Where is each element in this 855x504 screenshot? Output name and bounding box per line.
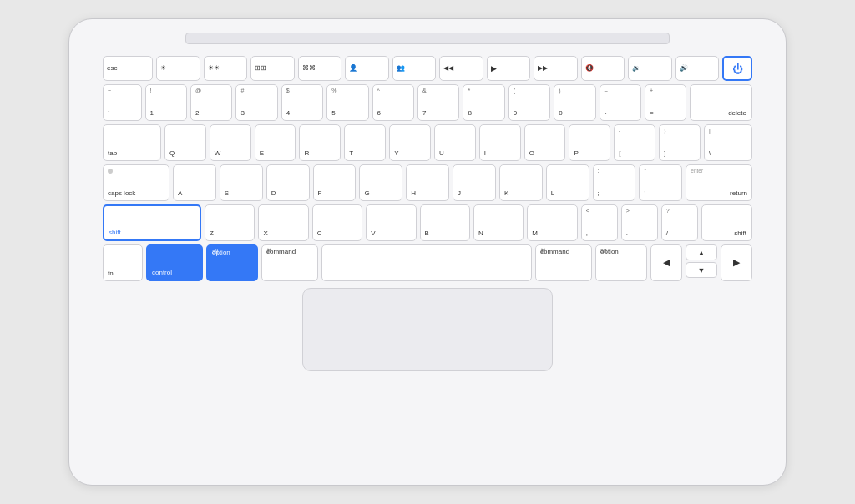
key-n[interactable]: N <box>473 204 524 241</box>
key-e[interactable]: E <box>255 124 296 161</box>
function-row: esc ☀ ☀☀ ⊞⊞ ⌘⌘ 👤 👥 ◀◀ <box>103 56 752 81</box>
key-power[interactable]: ⏻ <box>722 56 752 81</box>
key-y[interactable]: Y <box>389 124 431 161</box>
key-t[interactable]: T <box>344 124 386 161</box>
key-h[interactable]: H <box>406 164 449 201</box>
key-k[interactable]: K <box>499 164 543 201</box>
key-shift-left[interactable]: shift <box>103 204 201 241</box>
key-equals[interactable]: + = <box>645 84 686 121</box>
key-f4[interactable]: ⌘⌘ <box>298 56 342 81</box>
key-fn[interactable]: fn <box>103 244 143 281</box>
key-c[interactable]: C <box>312 204 362 241</box>
key-arrow-down[interactable]: ▼ <box>686 262 717 278</box>
tab-row: tab Q W E R T Y U I O P { [ } ] | \ <box>103 124 752 161</box>
key-f12[interactable]: 🔊 <box>675 56 720 81</box>
key-f1[interactable]: ☀ <box>156 56 200 81</box>
keyboard: esc ☀ ☀☀ ⊞⊞ ⌘⌘ 👤 👥 ◀◀ <box>103 56 752 281</box>
key-comma[interactable]: < , <box>581 204 618 241</box>
key-x[interactable]: X <box>258 204 308 241</box>
key-m[interactable]: M <box>527 204 577 241</box>
key-f5[interactable]: 👤 <box>345 56 389 81</box>
key-slash[interactable]: ? / <box>661 204 698 241</box>
key-arrow-up[interactable]: ▲ <box>686 244 717 260</box>
key-r[interactable]: R <box>299 124 341 161</box>
key-option-right[interactable]: alt option <box>595 244 647 281</box>
key-minus[interactable]: – - <box>600 84 641 121</box>
key-9[interactable]: ( 9 <box>508 84 550 121</box>
key-1[interactable]: ! 1 <box>145 84 187 121</box>
shift-row: shift Z X C V B N M < , > . ? / shift <box>103 204 752 241</box>
key-enter[interactable]: enter return <box>686 164 752 201</box>
arrow-updown: ▲ ▼ <box>686 244 717 281</box>
key-o[interactable]: O <box>524 124 566 161</box>
caps-row: caps lock A S D F G H J K L : ; " ' ente… <box>103 164 752 201</box>
key-s[interactable]: S <box>220 164 263 201</box>
key-backslash[interactable]: | \ <box>704 124 752 161</box>
laptop-body: esc ☀ ☀☀ ⊞⊞ ⌘⌘ 👤 👥 ◀◀ <box>68 18 787 486</box>
key-space[interactable] <box>321 244 532 281</box>
touchbar <box>185 33 670 44</box>
key-j[interactable]: J <box>453 164 496 201</box>
key-f7[interactable]: ◀◀ <box>439 56 483 81</box>
key-f2[interactable]: ☀☀ <box>204 56 248 81</box>
key-f11[interactable]: 🔉 <box>628 56 672 81</box>
key-d[interactable]: D <box>266 164 310 201</box>
key-command-left[interactable]: ⌘ command <box>261 244 318 281</box>
key-8[interactable]: * 8 <box>463 84 504 121</box>
key-tab[interactable]: tab <box>103 124 161 161</box>
key-quote[interactable]: " ' <box>639 164 682 201</box>
key-0[interactable]: ) 0 <box>554 84 595 121</box>
arrow-left-icon: ◀ <box>663 257 670 268</box>
key-g[interactable]: G <box>359 164 402 201</box>
key-caps-lock[interactable]: caps lock <box>103 164 169 201</box>
key-f[interactable]: F <box>313 164 357 201</box>
key-4[interactable]: $ 4 <box>281 84 323 121</box>
key-option[interactable]: alt option <box>206 244 258 281</box>
key-delete[interactable]: delete <box>690 84 751 121</box>
key-q[interactable]: Q <box>164 124 206 161</box>
key-z[interactable]: Z <box>205 204 255 241</box>
key-semicolon[interactable]: : ; <box>593 164 636 201</box>
key-i[interactable]: I <box>479 124 521 161</box>
key-control[interactable]: control <box>146 244 203 281</box>
arrow-down-icon: ▼ <box>698 266 706 275</box>
key-arrow-right[interactable]: ▶ <box>721 244 752 281</box>
key-f8[interactable]: ▶ <box>487 56 531 81</box>
key-3[interactable]: # 3 <box>235 84 277 121</box>
arrow-up-icon: ▲ <box>698 249 706 257</box>
bottom-row: fn control alt option ⌘ command ⌘ comman… <box>103 244 752 281</box>
key-backtick[interactable]: ~ ` <box>103 84 142 121</box>
key-w[interactable]: W <box>210 124 251 161</box>
key-u[interactable]: U <box>434 124 476 161</box>
key-close-bracket[interactable]: } ] <box>659 124 701 161</box>
key-b[interactable]: B <box>420 204 470 241</box>
key-5[interactable]: % 5 <box>326 84 368 121</box>
key-arrow-left[interactable]: ◀ <box>650 244 682 281</box>
number-row: ~ ` ! 1 @ 2 # 3 $ 4 % 5 <box>103 84 752 121</box>
trackpad-area <box>103 288 752 371</box>
key-p[interactable]: P <box>569 124 610 161</box>
arrow-right-icon: ▶ <box>733 257 740 268</box>
key-esc[interactable]: esc <box>103 56 153 81</box>
caps-lock-indicator <box>108 169 113 174</box>
trackpad[interactable] <box>302 288 553 371</box>
key-a[interactable]: A <box>173 164 216 201</box>
power-icon: ⏻ <box>732 63 743 75</box>
key-f6[interactable]: 👥 <box>392 56 437 81</box>
key-v[interactable]: V <box>366 204 416 241</box>
key-command-right[interactable]: ⌘ command <box>535 244 592 281</box>
key-f3[interactable]: ⊞⊞ <box>250 56 295 81</box>
key-open-bracket[interactable]: { [ <box>614 124 655 161</box>
key-f9[interactable]: ▶▶ <box>534 56 578 81</box>
key-shift-right[interactable]: shift <box>701 204 752 241</box>
key-2[interactable]: @ 2 <box>190 84 232 121</box>
key-6[interactable]: ^ 6 <box>372 84 414 121</box>
key-l[interactable]: L <box>546 164 589 201</box>
key-7[interactable]: & 7 <box>417 84 459 121</box>
key-f10[interactable]: 🔇 <box>581 56 625 81</box>
key-period[interactable]: > . <box>621 204 658 241</box>
